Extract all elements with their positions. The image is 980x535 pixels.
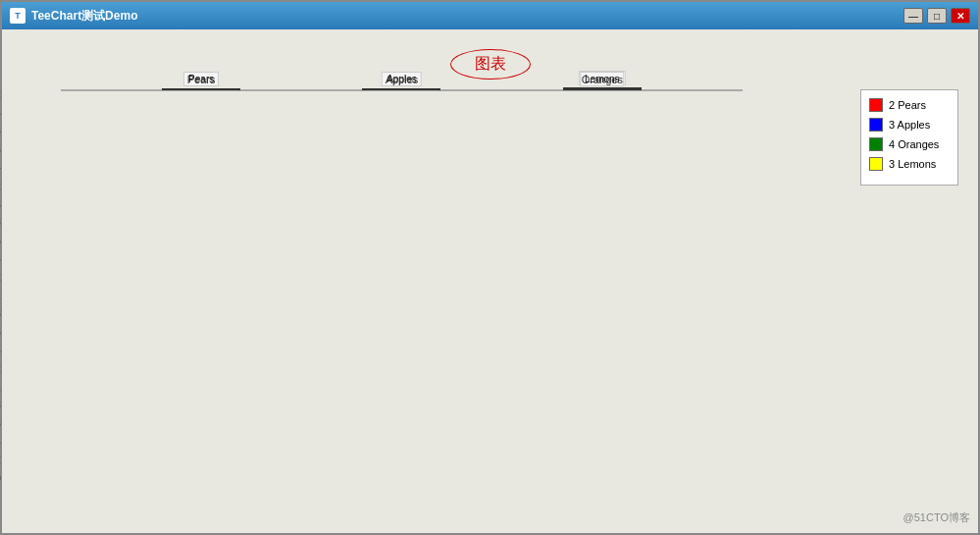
- title-bar: T TeeChart测试Demo — □ ✕: [2, 2, 978, 29]
- y-axis-label: 2.6: [0, 236, 1, 246]
- y-axis-label: 2.2: [0, 272, 1, 283]
- y-axis-label: 3.2: [0, 181, 1, 191]
- y-axis-label: 3.8: [0, 126, 1, 136]
- y-axis-label: 3: [0, 199, 1, 210]
- x-label-pears: Pears: [162, 74, 240, 85]
- legend-label: 3 Lemons: [889, 158, 936, 170]
- y-axis-label: 2.4: [0, 253, 1, 264]
- y-axis-label: 2: [0, 291, 1, 301]
- y-axis-label: 4: [0, 108, 1, 119]
- chart-body: 4.243.83.63.43.232.82.62.42.221.81.61.41…: [22, 89, 958, 513]
- legend-label: 3 Apples: [889, 119, 930, 131]
- bar-segment-lemons: Lemons: [563, 88, 642, 90]
- y-axis-label: 1.4: [0, 346, 1, 356]
- chart-area: PearsApplesOrangesLemons PearsApplesOran…: [61, 89, 743, 91]
- title-buttons: — □ ✕: [903, 8, 970, 24]
- bar-apples: Apples: [362, 88, 440, 90]
- legend-label: 4 Oranges: [889, 138, 939, 150]
- y-axis-label: 1.2: [0, 363, 1, 374]
- legend-label: 2 Pears: [889, 99, 926, 111]
- legend-item: 3 Lemons: [869, 157, 950, 171]
- y-axis-label: 0: [0, 473, 1, 484]
- legend-color-box: [869, 137, 883, 151]
- bar-group-apples: Apples: [362, 88, 440, 90]
- watermark: @51CTO博客: [903, 510, 970, 525]
- legend-color-box: [869, 118, 883, 132]
- y-axis-label: 1.6: [0, 327, 1, 338]
- legend-item: 2 Pears: [869, 98, 950, 112]
- app-icon: T: [10, 8, 26, 24]
- y-axis-label: 0.4: [0, 437, 1, 448]
- bar-group-pears: Pears: [162, 88, 240, 90]
- window-title: TeeChart测试Demo: [31, 8, 137, 25]
- legend: 2 Pears3 Apples4 Oranges3 Lemons: [860, 89, 958, 186]
- bar-pears: Pears: [162, 88, 240, 90]
- title-bar-left: T TeeChart测试Demo: [10, 8, 137, 25]
- y-axis-label: 0.6: [0, 418, 1, 429]
- y-axis-label: 1.8: [0, 308, 1, 319]
- y-axis-label: 3.4: [0, 162, 1, 173]
- legend-color-box: [869, 98, 883, 112]
- x-label-apples: Apples: [362, 74, 440, 85]
- close-button[interactable]: ✕: [951, 8, 970, 24]
- y-axis-label: 0.2: [0, 455, 1, 465]
- y-axis-label: 0.8: [0, 400, 1, 410]
- legend-item: 3 Apples: [869, 118, 950, 132]
- main-window: T TeeChart测试Demo — □ ✕ 图表 4.243.83.63.43…: [0, 0, 980, 535]
- y-axis-labels: 4.243.83.63.43.232.82.62.42.221.81.61.41…: [0, 89, 1, 484]
- y-axis-label: 3.6: [0, 144, 1, 155]
- y-axis-label: 4.2: [0, 89, 1, 100]
- legend-color-box: [869, 157, 883, 171]
- minimize-button[interactable]: —: [903, 8, 923, 24]
- y-axis-label: 2.8: [0, 217, 1, 228]
- maximize-button[interactable]: □: [927, 8, 947, 24]
- legend-item: 4 Oranges: [869, 137, 950, 151]
- x-labels: PearsApplesOranges: [62, 74, 742, 85]
- chart-container: 图表 4.243.83.63.43.232.82.62.42.221.81.61…: [2, 29, 978, 533]
- y-axis-label: 1: [0, 382, 1, 393]
- x-label-oranges: Oranges: [563, 74, 642, 85]
- bar-group-oranges: OrangesLemons: [563, 87, 642, 90]
